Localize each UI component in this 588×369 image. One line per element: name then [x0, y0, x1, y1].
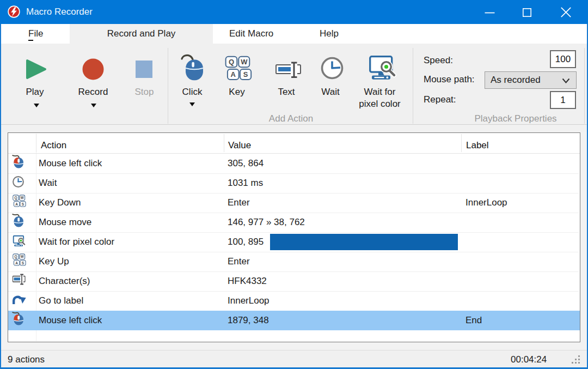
svg-text:S: S — [243, 70, 248, 78]
svg-text:A: A — [15, 261, 18, 265]
svg-text:W: W — [21, 196, 24, 199]
svg-text:Q: Q — [229, 58, 234, 66]
svg-text:A: A — [15, 202, 18, 206]
svg-text:W: W — [241, 58, 248, 66]
svg-text:S: S — [22, 261, 24, 265]
svg-text:A: A — [231, 70, 236, 78]
svg-text:Q: Q — [14, 255, 17, 259]
svg-text:Q: Q — [14, 196, 17, 200]
svg-text:W: W — [21, 255, 24, 258]
svg-text:S: S — [22, 202, 24, 206]
